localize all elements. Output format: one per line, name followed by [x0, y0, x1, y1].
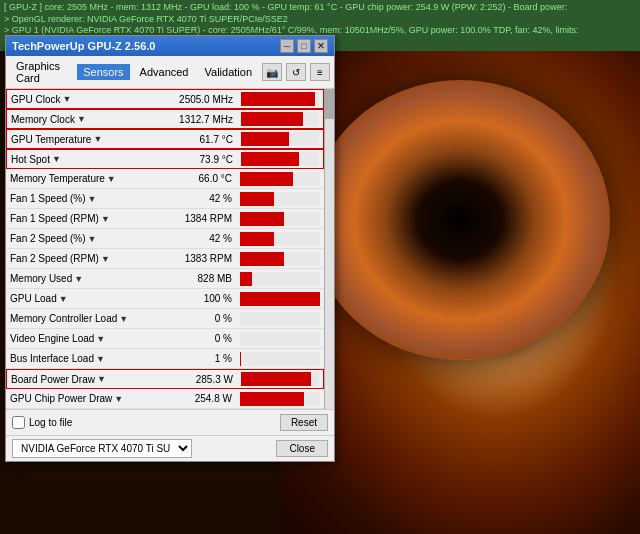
menu-advanced[interactable]: Advanced	[134, 64, 195, 80]
sensor-dropdown-0[interactable]: ▼	[62, 94, 71, 104]
sensor-value-12: 0 %	[146, 333, 236, 344]
sensor-list: GPU Clock ▼ 2505.0 MHz Memory Clock ▼ 13…	[6, 89, 324, 409]
sensor-value-11: 0 %	[146, 313, 236, 324]
sensor-dropdown-9[interactable]: ▼	[74, 274, 83, 284]
gpu-selector[interactable]: NVIDIA GeForce RTX 4070 Ti SUPER	[12, 439, 192, 458]
sensor-value-5: 42 %	[146, 193, 236, 204]
sensor-dropdown-7[interactable]: ▼	[88, 234, 97, 244]
sensor-label: GPU Clock	[11, 94, 60, 105]
sensor-dropdown-8[interactable]: ▼	[101, 254, 110, 264]
sensor-label: Fan 2 Speed (RPM)	[10, 253, 99, 264]
sensor-bar-container-0	[241, 92, 319, 106]
sensor-dropdown-1[interactable]: ▼	[77, 114, 86, 124]
sensor-dropdown-15[interactable]: ▼	[114, 394, 123, 404]
sensor-value-15: 254.8 W	[146, 393, 236, 404]
menu-icon-button[interactable]: ≡	[310, 63, 330, 81]
sensor-row: GPU Load ▼ 100 %	[6, 289, 324, 309]
sensor-bar-container-3	[241, 152, 319, 166]
sensor-dropdown-10[interactable]: ▼	[59, 294, 68, 304]
sensor-dropdown-4[interactable]: ▼	[107, 174, 116, 184]
sensor-name-5: Fan 1 Speed (%) ▼	[6, 193, 146, 204]
sensor-value-14: 285.3 W	[147, 374, 237, 385]
menu-validation[interactable]: Validation	[199, 64, 259, 80]
sensor-row: GPU Clock ▼ 2505.0 MHz	[6, 89, 324, 109]
close-button[interactable]: ✕	[314, 39, 328, 53]
sensor-name-9: Memory Used ▼	[6, 273, 146, 284]
sensor-label: Memory Controller Load	[10, 313, 117, 324]
menu-bar: Graphics Card Sensors Advanced Validatio…	[6, 56, 334, 89]
refresh-icon-button[interactable]: ↺	[286, 63, 306, 81]
sensor-row: Hot Spot ▼ 73.9 °C	[6, 149, 324, 169]
sensor-name-7: Fan 2 Speed (%) ▼	[6, 233, 146, 244]
eye-iris	[310, 80, 610, 360]
sensor-bar-container-10	[240, 292, 320, 306]
sensor-dropdown-6[interactable]: ▼	[101, 214, 110, 224]
sensor-row: Fan 2 Speed (RPM) ▼ 1383 RPM	[6, 249, 324, 269]
sensor-row: Memory Temperature ▼ 66.0 °C	[6, 169, 324, 189]
sensor-dropdown-13[interactable]: ▼	[96, 354, 105, 364]
sensor-name-6: Fan 1 Speed (RPM) ▼	[6, 213, 146, 224]
sensor-value-9: 828 MB	[146, 273, 236, 284]
top-bar-line1: [ GPU-Z ] core: 2505 MHz - mem: 1312 MHz…	[4, 2, 636, 14]
sensor-row: GPU Temperature ▼ 61.7 °C	[6, 129, 324, 149]
sensor-name-2: GPU Temperature ▼	[7, 134, 147, 145]
sensor-bar-9	[240, 272, 252, 286]
sensor-value-10: 100 %	[146, 293, 236, 304]
camera-icon-button[interactable]: 📷	[262, 63, 282, 81]
sensor-bar-6	[240, 212, 284, 226]
sensor-name-10: GPU Load ▼	[6, 293, 146, 304]
sensor-value-3: 73.9 °C	[147, 154, 237, 165]
sensor-label: Memory Temperature	[10, 173, 105, 184]
sensor-bar-container-2	[241, 132, 319, 146]
sensor-row: Board Power Draw ▼ 285.3 W	[6, 369, 324, 389]
sensor-bar-container-13	[240, 352, 320, 366]
sensor-bar-container-12	[240, 332, 320, 346]
sensor-bar-7	[240, 232, 274, 246]
sensor-bar-container-11	[240, 312, 320, 326]
sensor-dropdown-2[interactable]: ▼	[93, 134, 102, 144]
menu-sensors[interactable]: Sensors	[77, 64, 129, 80]
sensor-dropdown-11[interactable]: ▼	[119, 314, 128, 324]
scrollbar[interactable]	[324, 89, 334, 409]
close-window-button[interactable]: Close	[276, 440, 328, 457]
reset-button[interactable]: Reset	[280, 414, 328, 431]
sensor-value-7: 42 %	[146, 233, 236, 244]
sensor-name-12: Video Engine Load ▼	[6, 333, 146, 344]
log-checkbox[interactable]	[12, 416, 25, 429]
sensor-value-0: 2505.0 MHz	[147, 94, 237, 105]
sensor-name-13: Bus Interface Load ▼	[6, 353, 146, 364]
sensor-label: Bus Interface Load	[10, 353, 94, 364]
sensor-label: GPU Load	[10, 293, 57, 304]
window-title: TechPowerUp GPU-Z 2.56.0	[12, 40, 155, 52]
gpu-bar: NVIDIA GeForce RTX 4070 Ti SUPER Close	[6, 435, 334, 461]
title-bar: TechPowerUp GPU-Z 2.56.0 ─ □ ✕	[6, 36, 334, 56]
sensor-row: Memory Controller Load ▼ 0 %	[6, 309, 324, 329]
sensor-label: Memory Clock	[11, 114, 75, 125]
log-label: Log to file	[29, 417, 72, 428]
sensor-dropdown-5[interactable]: ▼	[88, 194, 97, 204]
sensor-label: Video Engine Load	[10, 333, 94, 344]
main-window: TechPowerUp GPU-Z 2.56.0 ─ □ ✕ Graphics …	[5, 35, 335, 462]
sensor-label: GPU Chip Power Draw	[10, 393, 112, 404]
sensor-dropdown-12[interactable]: ▼	[96, 334, 105, 344]
sensor-dropdown-14[interactable]: ▼	[97, 374, 106, 384]
sensor-bar-container-9	[240, 272, 320, 286]
minimize-button[interactable]: ─	[280, 39, 294, 53]
sensor-row: Bus Interface Load ▼ 1 %	[6, 349, 324, 369]
sensor-row: Fan 1 Speed (RPM) ▼ 1384 RPM	[6, 209, 324, 229]
sensor-bar-14	[241, 372, 311, 386]
sensor-label: Board Power Draw	[11, 374, 95, 385]
sensor-row: Memory Used ▼ 828 MB	[6, 269, 324, 289]
sensor-bar-10	[240, 292, 320, 306]
sensor-name-15: GPU Chip Power Draw ▼	[6, 393, 146, 404]
menu-graphics-card[interactable]: Graphics Card	[10, 58, 73, 86]
sensor-label: Memory Used	[10, 273, 72, 284]
sensor-bar-1	[241, 112, 303, 126]
sensor-dropdown-3[interactable]: ▼	[52, 154, 61, 164]
sensor-label: Fan 2 Speed (%)	[10, 233, 86, 244]
sensor-bar-container-7	[240, 232, 320, 246]
maximize-button[interactable]: □	[297, 39, 311, 53]
sensor-name-14: Board Power Draw ▼	[7, 374, 147, 385]
log-to-file-container: Log to file	[12, 416, 72, 429]
sensor-name-4: Memory Temperature ▼	[6, 173, 146, 184]
